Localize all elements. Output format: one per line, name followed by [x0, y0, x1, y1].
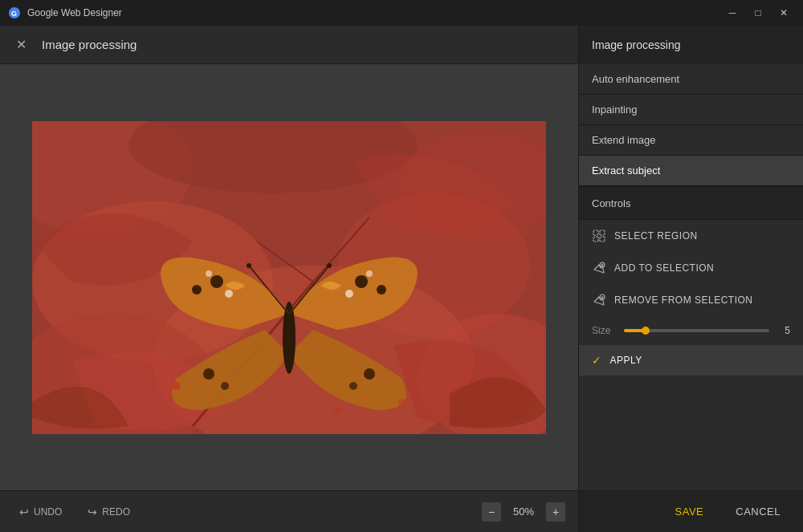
svg-point-21 — [345, 290, 353, 298]
svg-point-32 — [173, 382, 181, 390]
zoom-value: 50% — [507, 506, 540, 518]
right-panel: Image processing Auto enhancement Inpain… — [578, 26, 803, 532]
slider-thumb — [642, 327, 650, 335]
app-title: Google Web Designer — [27, 7, 721, 18]
controls-section: Controls SELECT REGION — [579, 186, 803, 490]
select-region-icon — [592, 229, 606, 243]
zoom-in-button[interactable]: + — [546, 502, 565, 522]
svg-point-22 — [366, 270, 373, 277]
svg-rect-36 — [600, 230, 605, 235]
toolbar-left: ↩ UNDO ↪ REDO — [13, 502, 137, 522]
apply-button[interactable]: ✓ APPLY — [579, 345, 803, 376]
svg-point-31 — [327, 263, 332, 268]
zoom-out-button[interactable]: − — [482, 502, 501, 522]
size-slider[interactable] — [624, 329, 769, 332]
butterfly-canvas[interactable] — [32, 121, 546, 434]
redo-button[interactable]: ↪ REDO — [81, 502, 137, 522]
window-controls: ─ □ ✕ — [721, 4, 795, 22]
panel-title: Image processing — [42, 38, 137, 51]
minimize-button[interactable]: ─ — [721, 4, 744, 22]
add-to-selection-item[interactable]: ADD TO SELECTION — [579, 252, 803, 284]
remove-from-selection-item[interactable]: REMOVE FROM SELECTION — [579, 284, 803, 316]
svg-point-34 — [333, 406, 341, 414]
cancel-button[interactable]: CANCEL — [726, 499, 790, 524]
nav-item-extend-image[interactable]: Extend image — [579, 125, 803, 156]
svg-rect-37 — [593, 237, 598, 242]
redo-icon: ↪ — [88, 506, 97, 518]
toolbar-right: − 50% + — [482, 502, 565, 522]
nav-item-auto-enhancement[interactable]: Auto enhancement — [579, 64, 803, 95]
svg-point-24 — [221, 382, 229, 390]
svg-rect-38 — [600, 237, 605, 242]
svg-point-23 — [203, 368, 214, 380]
svg-point-26 — [349, 382, 357, 390]
canvas-area: ✕ Image processing — [0, 26, 578, 532]
size-label: Size — [592, 325, 616, 336]
svg-point-17 — [225, 290, 233, 298]
svg-point-33 — [398, 399, 405, 405]
action-bar: SAVE CANCEL — [579, 490, 803, 532]
select-region-item[interactable]: SELECT REGION — [579, 220, 803, 252]
close-button[interactable]: ✕ — [772, 4, 795, 22]
bottom-toolbar: ↩ UNDO ↪ REDO − 50% + — [0, 490, 578, 532]
main-content: ✕ Image processing — [0, 26, 803, 532]
svg-point-15 — [210, 275, 223, 288]
canvas-svg — [32, 121, 546, 434]
remove-from-selection-icon — [592, 293, 606, 307]
redo-label: REDO — [102, 506, 130, 518]
maximize-button[interactable]: □ — [747, 4, 769, 22]
nav-item-extract-subject[interactable]: Extract subject — [579, 156, 803, 186]
svg-point-27 — [283, 302, 296, 374]
save-button[interactable]: SAVE — [666, 499, 714, 524]
svg-rect-35 — [593, 230, 598, 235]
title-bar: G Google Web Designer ─ □ ✕ — [0, 0, 803, 26]
svg-point-19 — [355, 275, 368, 288]
app-logo: G — [8, 6, 21, 19]
undo-label: UNDO — [34, 506, 62, 518]
right-panel-header: Image processing — [579, 26, 803, 64]
panel-header: ✕ Image processing — [0, 26, 578, 64]
svg-text:G: G — [11, 10, 17, 18]
controls-header: Controls — [579, 186, 803, 220]
undo-button[interactable]: ↩ UNDO — [13, 502, 68, 522]
size-row: Size 5 — [579, 316, 803, 345]
undo-icon: ↩ — [19, 506, 29, 518]
checkmark-icon: ✓ — [592, 354, 602, 367]
svg-point-18 — [206, 270, 212, 277]
add-to-selection-icon — [592, 261, 606, 275]
svg-point-29 — [247, 263, 251, 268]
close-icon: ✕ — [16, 37, 26, 52]
nav-item-inpainting[interactable]: Inpainting — [579, 95, 803, 125]
svg-point-20 — [377, 285, 386, 294]
panel-close-button[interactable]: ✕ — [13, 37, 29, 53]
svg-point-16 — [192, 285, 202, 294]
svg-point-25 — [364, 368, 375, 380]
size-value: 5 — [777, 325, 790, 336]
image-container — [0, 64, 578, 490]
right-panel-title: Image processing — [592, 39, 681, 51]
